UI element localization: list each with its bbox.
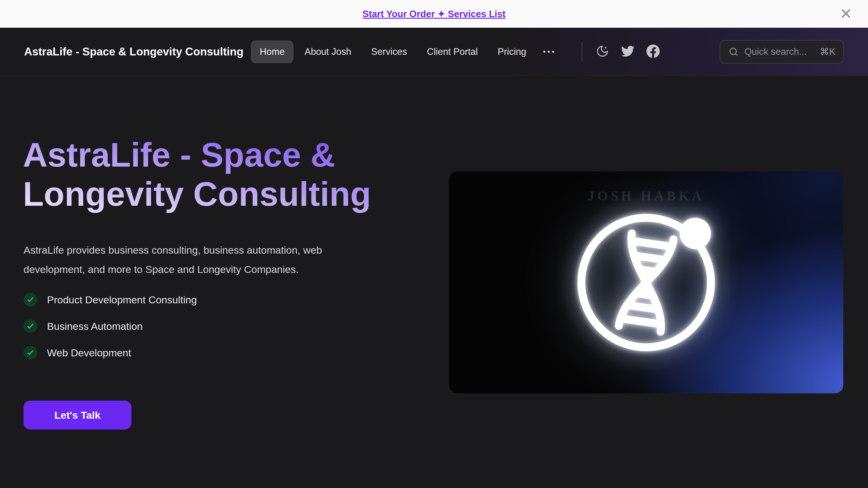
check-icon (24, 319, 37, 333)
nav-item-services[interactable]: Services (362, 40, 416, 63)
lets-talk-button[interactable]: Let's Talk (24, 401, 131, 429)
feature-label: Business Automation (47, 321, 143, 332)
promo-banner: Start Your Order ✦ Services List ✕ (0, 0, 868, 28)
hero-description: AstraLife provides business consulting, … (24, 240, 379, 279)
command-k-shortcut: ⌘K (820, 46, 835, 57)
search-icon (728, 46, 739, 57)
nav-item-home[interactable]: Home (251, 40, 294, 63)
feature-list: Product Development Consulting Business … (24, 293, 197, 360)
nav-links: Home About Josh Services Client Portal P… (251, 40, 562, 63)
hero-media-card: JOSH HABKA (449, 171, 843, 393)
feature-label: Web Development (47, 347, 131, 359)
list-item: Business Automation (24, 319, 197, 333)
facebook-link[interactable] (646, 45, 660, 59)
feature-label: Product Development Consulting (47, 294, 197, 306)
check-icon (24, 346, 37, 360)
nav-divider (582, 42, 582, 61)
brand-title[interactable]: AstraLife - Space & Longevity Consulting (24, 45, 244, 58)
search-input[interactable] (744, 46, 815, 58)
facebook-icon (647, 44, 660, 59)
nav-item-about-josh[interactable]: About Josh (296, 40, 360, 63)
nav-more-ellipsis-icon[interactable]: ••• (537, 41, 562, 62)
list-item: Web Development (24, 346, 197, 360)
check-icon (24, 293, 37, 307)
list-item: Product Development Consulting (24, 293, 197, 307)
nav-item-pricing[interactable]: Pricing (489, 40, 535, 63)
nav-item-client-portal[interactable]: Client Portal (418, 40, 487, 63)
watermark-text: JOSH HABKA (449, 188, 843, 204)
hero-section: AstraLife - Space & Longevity Consulting… (0, 76, 868, 488)
navbar: AstraLife - Space & Longevity Consulting… (0, 28, 868, 76)
moon-icon (596, 44, 609, 59)
page: Start Your Order ✦ Services List ✕ Astra… (0, 0, 868, 488)
quick-search-box: ⌘K (720, 40, 844, 64)
dark-mode-toggle[interactable] (595, 45, 610, 59)
close-icon[interactable]: ✕ (837, 6, 855, 22)
twitter-link[interactable] (621, 45, 635, 59)
dna-helix-logo-icon (571, 207, 721, 358)
page-title: AstraLife - Space & Longevity Consulting (23, 135, 475, 214)
promo-banner-link[interactable]: Start Your Order ✦ Services List (363, 8, 506, 20)
twitter-icon (621, 44, 634, 59)
